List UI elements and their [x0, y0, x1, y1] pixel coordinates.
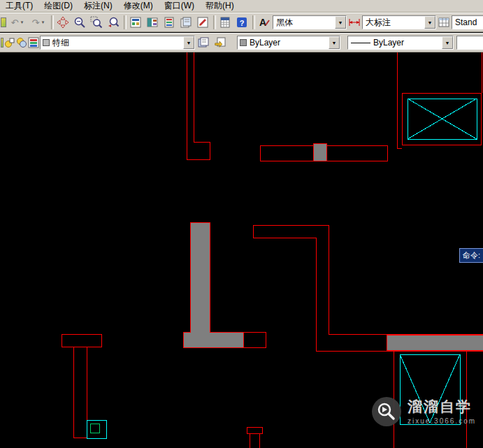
zoom-realtime-icon[interactable]: [71, 15, 88, 30]
linetype-value: ByLayer: [370, 38, 442, 48]
zoom-window-icon[interactable]: [88, 15, 105, 30]
watermark-subtitle: zixue.3066.com: [408, 417, 476, 425]
dim-style-icon[interactable]: [347, 15, 362, 30]
color-combobox[interactable]: ByLayer ▼: [237, 36, 340, 50]
pan-realtime-icon[interactable]: [55, 15, 71, 30]
menu-draw[interactable]: 绘图(D): [38, 0, 78, 13]
detail-bottom-middle[interactable]: [247, 427, 262, 448]
redo-caret-icon[interactable]: ▼: [41, 20, 45, 24]
tool-palettes-icon[interactable]: [161, 15, 178, 30]
redo-button[interactable]: ↷ ▼: [28, 15, 49, 30]
dim-style-value: 大标注: [363, 17, 424, 29]
command-tooltip: 命令:: [459, 248, 483, 263]
lineweight-combobox[interactable]: [456, 36, 483, 50]
linetype-preview: [351, 43, 370, 43]
toolbar-separator: [250, 15, 256, 29]
layer-properties-manager-icon[interactable]: [28, 35, 39, 50]
sheet-set-manager-icon[interactable]: [178, 15, 194, 30]
wall-top-left[interactable]: [187, 52, 210, 159]
watermark-title: 溜溜自学: [408, 398, 476, 414]
layer-value: 特细: [50, 37, 183, 49]
menu-modify[interactable]: 修改(M): [118, 0, 159, 13]
standard-toolbar: ↶ ▼ ↷ ▼: [0, 13, 483, 32]
redo-icon: ↷: [32, 18, 40, 27]
layers-toolbar: 特细 ▼ ByLayer ▼ ByLayer ▼: [0, 33, 483, 52]
toolbar-separator: [211, 15, 217, 29]
undo-icon: ↶: [11, 18, 19, 27]
door-bottom-left[interactable]: [87, 420, 106, 438]
text-style-combobox[interactable]: 黑体 ▼: [273, 15, 347, 29]
menubar: 工具(T) 绘图(D) 标注(N) 修改(M) 窗口(W) 帮助(H): [0, 0, 483, 13]
color-value: ByLayer: [247, 38, 329, 48]
match-properties-icon[interactable]: [0, 15, 7, 30]
combo-caret-icon[interactable]: ▼: [329, 36, 340, 49]
properties-icon[interactable]: [127, 15, 144, 30]
column-bottom-left[interactable]: [62, 334, 101, 438]
layer-combobox[interactable]: 特细 ▼: [40, 36, 195, 50]
combo-caret-icon[interactable]: ▼: [335, 16, 346, 29]
wall-gray-block[interactable]: [313, 143, 326, 161]
menu-tools[interactable]: 工具(T): [0, 0, 38, 13]
table-style-value: Stand: [452, 17, 483, 27]
window-top-right[interactable]: [397, 52, 482, 148]
table-style-icon[interactable]: [436, 15, 452, 30]
dim-style-combobox[interactable]: 大标注 ▼: [362, 15, 436, 29]
toolbar-separator: [49, 15, 55, 29]
undo-caret-icon[interactable]: ▼: [20, 20, 24, 24]
linetype-combobox[interactable]: ByLayer ▼: [347, 36, 454, 50]
layer-states-icon[interactable]: [195, 35, 212, 50]
clipped-icon-art: [1, 38, 3, 48]
wall-top-middle[interactable]: [260, 143, 387, 161]
svg-text:?: ?: [240, 19, 245, 27]
clipped-icon-art: [1, 17, 6, 27]
undo-button[interactable]: ↶ ▼: [7, 15, 28, 30]
wall-gray-segment[interactable]: [387, 335, 483, 350]
menu-window[interactable]: 窗口(W): [159, 0, 200, 13]
text-style-value: 黑体: [273, 17, 335, 29]
text-style-icon[interactable]: A: [256, 15, 273, 30]
zoom-previous-icon[interactable]: [105, 15, 122, 30]
quickcalc-icon[interactable]: [217, 15, 233, 30]
make-object-layer-current-icon[interactable]: [4, 35, 15, 50]
markup-set-manager-icon[interactable]: [194, 15, 211, 30]
table-style-combobox[interactable]: Stand ▼: [452, 15, 483, 29]
combo-caret-icon[interactable]: ▼: [424, 16, 435, 29]
menu-help[interactable]: 帮助(H): [200, 0, 240, 13]
watermark: 溜溜自学 zixue.3066.com: [372, 397, 476, 426]
layer-color-swatch: [43, 39, 50, 46]
autocad-window: 工具(T) 绘图(D) 标注(N) 修改(M) 窗口(W) 帮助(H) ↶ ▼ …: [0, 0, 483, 448]
wall-bottom-right[interactable]: [316, 334, 483, 351]
menu-dimension[interactable]: 标注(N): [78, 0, 118, 13]
design-center-icon[interactable]: [144, 15, 161, 30]
svg-text:A: A: [259, 17, 266, 28]
combo-caret-icon[interactable]: ▼: [183, 36, 194, 49]
command-tooltip-text: 命令:: [463, 250, 480, 261]
layer-previous-icon[interactable]: [212, 35, 229, 50]
help-icon[interactable]: ?: [233, 15, 250, 30]
layer-update-icon[interactable]: [16, 35, 27, 50]
combo-caret-icon[interactable]: ▼: [442, 36, 453, 49]
drawing-canvas[interactable]: 命令: 溜溜自学 zixue.3066.com: [0, 52, 483, 448]
watermark-text: 溜溜自学 zixue.3066.com: [408, 398, 476, 424]
toolbar-separator: [122, 15, 127, 29]
current-color-swatch: [240, 39, 247, 46]
wall-middle-gray[interactable]: [183, 222, 266, 347]
watermark-logo-icon: [372, 397, 401, 426]
